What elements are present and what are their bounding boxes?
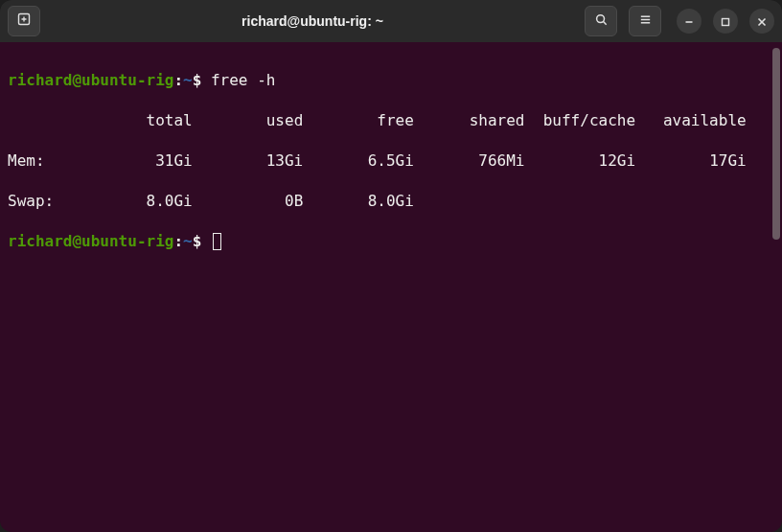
mem-used: 13Gi — [266, 151, 304, 170]
terminal-cursor — [213, 233, 221, 250]
svg-line-4 — [603, 21, 606, 24]
prompt-line-1: richard@ubuntu-rig:~$ free -h — [8, 70, 778, 90]
window-titlebar: richard@ubuntu-rig: ~ — [0, 0, 782, 42]
output-mem-row: Mem: 31Gi 13Gi 6.5Gi 766Mi 12Gi 17Gi — [8, 150, 778, 171]
search-button[interactable] — [585, 6, 617, 36]
hdr-free: free — [377, 111, 414, 129]
prompt-colon: : — [173, 71, 183, 89]
mem-label: Mem: — [8, 151, 45, 170]
prompt-host: ubuntu-rig — [81, 71, 173, 89]
window-controls — [677, 9, 774, 34]
titlebar-right — [585, 6, 774, 36]
output-header-row: total used free shared buff/cache availa… — [8, 110, 778, 130]
swap-total: 8.0Gi — [147, 192, 193, 210]
prompt-line-2: richard@ubuntu-rig:~$ — [8, 231, 778, 251]
output-swap-row: Swap: 8.0Gi 0B 8.0Gi — [8, 191, 778, 211]
mem-shared: 766Mi — [478, 151, 524, 170]
hdr-available: available — [663, 111, 747, 129]
maximize-icon — [721, 12, 730, 31]
command-text: free -h — [211, 71, 275, 89]
terminal-area[interactable]: richard@ubuntu-rig:~$ free -h total used… — [0, 42, 782, 532]
hdr-buffcache: buff/cache — [543, 111, 635, 129]
scrollbar-thumb[interactable] — [772, 48, 780, 240]
svg-point-3 — [596, 14, 604, 22]
prompt-host-2: ubuntu-rig — [81, 232, 173, 250]
mem-buffcache: 12Gi — [599, 151, 636, 170]
prompt-dollar-2: $ — [193, 232, 202, 250]
menu-button[interactable] — [629, 6, 661, 36]
swap-label: Swap: — [8, 192, 54, 210]
maximize-button[interactable] — [713, 9, 738, 34]
window-title: richard@ubuntu-rig: ~ — [46, 13, 579, 29]
prompt-user-2: richard — [8, 232, 72, 250]
hdr-shared: shared — [470, 111, 525, 129]
prompt-user: richard — [8, 71, 72, 89]
prompt-at-2: @ — [72, 232, 81, 250]
hdr-total: total — [147, 111, 193, 129]
swap-used: 0B — [285, 192, 303, 210]
mem-free: 6.5Gi — [368, 151, 414, 170]
search-icon — [594, 12, 609, 31]
prompt-tilde-2: ~ — [183, 232, 193, 250]
prompt-dollar: $ — [193, 71, 202, 89]
prompt-colon-2: : — [173, 232, 183, 250]
minimize-button[interactable] — [677, 9, 702, 34]
hamburger-icon — [638, 12, 653, 31]
hdr-used: used — [266, 111, 304, 129]
prompt-tilde: ~ — [183, 71, 193, 89]
svg-rect-9 — [723, 18, 729, 25]
swap-free: 8.0Gi — [368, 192, 414, 210]
mem-available: 17Gi — [709, 151, 747, 170]
close-button[interactable] — [749, 9, 774, 34]
titlebar-left — [8, 6, 40, 36]
new-tab-button[interactable] — [8, 6, 40, 36]
minimize-icon — [684, 12, 694, 31]
mem-total: 31Gi — [155, 151, 193, 170]
prompt-at: @ — [72, 71, 81, 89]
new-tab-icon — [16, 12, 32, 31]
close-icon — [757, 12, 767, 31]
